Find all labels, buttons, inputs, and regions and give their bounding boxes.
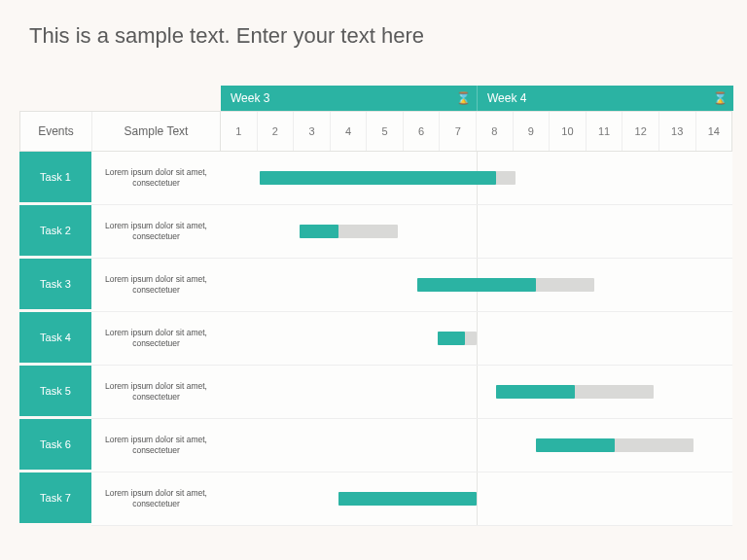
sample-text-header: Sample Text xyxy=(92,112,220,151)
task-description: Lorem ipsum dolor sit amet, consectetuer xyxy=(91,472,221,526)
bar-area xyxy=(221,472,732,526)
task-description: Lorem ipsum dolor sit amet, consectetuer xyxy=(91,152,221,205)
task-label: Task 2 xyxy=(19,205,91,256)
week-header-4: Week 4 ⌛ xyxy=(478,86,733,111)
day-cell: 3 xyxy=(293,112,330,151)
task-label: Task 4 xyxy=(19,312,91,363)
bar-area xyxy=(221,205,732,259)
gantt-row: Task 2Lorem ipsum dolor sit amet, consec… xyxy=(19,205,732,259)
gantt-row: Task 7Lorem ipsum dolor sit amet, consec… xyxy=(19,472,732,526)
day-cell: 7 xyxy=(439,112,476,151)
day-cell: 6 xyxy=(403,112,440,151)
task-label: Task 1 xyxy=(19,152,91,202)
day-cell: 2 xyxy=(257,112,294,151)
day-cell: 9 xyxy=(513,112,550,151)
day-cell: 5 xyxy=(366,112,403,151)
task-description: Lorem ipsum dolor sit amet, consectetuer xyxy=(91,419,221,472)
week-header-3: Week 3 ⌛ xyxy=(221,86,478,111)
day-cell: 1 xyxy=(221,112,257,151)
bar-area xyxy=(221,312,732,366)
bar-progress xyxy=(496,385,575,399)
gantt-row: Task 3Lorem ipsum dolor sit amet, consec… xyxy=(19,259,732,312)
day-cell: 11 xyxy=(586,112,622,151)
left-headers: Events Sample Text xyxy=(19,111,221,152)
bar-area xyxy=(221,366,732,419)
day-cell: 12 xyxy=(622,112,658,151)
bar-progress xyxy=(417,278,535,292)
hourglass-icon: ⌛ xyxy=(456,91,471,105)
bar-area xyxy=(221,152,732,205)
day-cell: 13 xyxy=(658,112,695,151)
gantt-row: Task 6Lorem ipsum dolor sit amet, consec… xyxy=(19,419,732,472)
task-label: Task 7 xyxy=(19,472,91,523)
task-description: Lorem ipsum dolor sit amet, consectetuer xyxy=(91,366,221,419)
hourglass-icon: ⌛ xyxy=(713,91,728,105)
bar-area xyxy=(221,259,732,312)
week-label: Week 3 xyxy=(231,91,269,105)
task-description: Lorem ipsum dolor sit amet, consectetuer xyxy=(91,312,221,366)
gantt-rows: Task 1Lorem ipsum dolor sit amet, consec… xyxy=(19,152,732,526)
day-cell: 14 xyxy=(695,112,732,151)
gantt-row: Task 5Lorem ipsum dolor sit amet, consec… xyxy=(19,366,732,419)
task-label: Task 6 xyxy=(19,419,91,470)
bar-progress xyxy=(438,332,465,345)
task-description: Lorem ipsum dolor sit amet, consectetuer xyxy=(91,205,221,259)
day-cell: 8 xyxy=(476,112,513,151)
bar-progress xyxy=(300,225,338,238)
bar-progress xyxy=(260,171,496,185)
day-cell: 10 xyxy=(549,112,586,151)
page-title: This is a sample text. Enter your text h… xyxy=(0,0,747,49)
week-headers: Week 3 ⌛ Week 4 ⌛ xyxy=(221,86,733,111)
day-cell: 4 xyxy=(330,112,367,151)
week-label: Week 4 xyxy=(487,91,526,105)
task-label: Task 5 xyxy=(19,366,91,416)
task-description: Lorem ipsum dolor sit amet, consectetuer xyxy=(91,259,221,312)
bar-area xyxy=(221,419,732,472)
days-row: 1 2 3 4 5 6 7 8 9 10 11 12 13 14 xyxy=(221,111,732,152)
gantt-row: Task 4Lorem ipsum dolor sit amet, consec… xyxy=(19,312,732,366)
events-header: Events xyxy=(20,112,92,151)
gantt-row: Task 1Lorem ipsum dolor sit amet, consec… xyxy=(19,152,732,205)
bar-progress xyxy=(338,492,477,506)
bar-progress xyxy=(536,438,615,452)
task-label: Task 3 xyxy=(19,259,91,309)
